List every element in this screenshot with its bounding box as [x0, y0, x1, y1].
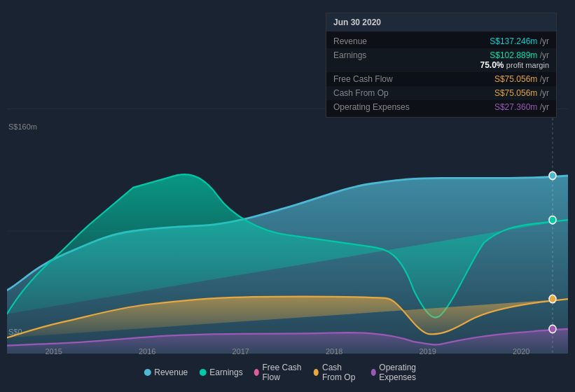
legend-label-revenue: Revenue [154, 368, 188, 377]
tooltip-label-cashfromop: Cash From Op [333, 88, 417, 98]
legend-dot-fcf [254, 369, 259, 376]
chart-container: Jun 30 2020 Revenue S$137.246m /yr Earni… [0, 0, 575, 392]
x-label-2015: 2015 [46, 347, 62, 356]
legend-dot-earnings [199, 369, 206, 376]
tooltip-value-revenue: S$137.246m /yr [490, 36, 549, 46]
x-label-2019: 2019 [420, 347, 436, 356]
x-label-2016: 2016 [139, 347, 155, 356]
legend-item-fcf[interactable]: Free Cash Flow [254, 363, 303, 382]
legend-label-earnings: Earnings [209, 368, 242, 377]
tooltip-header: Jun 30 2020 [326, 13, 556, 31]
tooltip-row-cashfromop: Cash From Op S$75.056m /yr [326, 86, 556, 100]
tooltip-box: Jun 30 2020 Revenue S$137.246m /yr Earni… [326, 13, 557, 118]
chart-legend: Revenue Earnings Free Cash Flow Cash Fro… [144, 363, 431, 382]
legend-item-cashfromop[interactable]: Cash From Op [314, 363, 359, 382]
tooltip-row-earnings: Earnings S$102.889m /yr75.0% profit marg… [326, 48, 556, 72]
tooltip-value-fcf: S$75.056m /yr [494, 74, 549, 84]
legend-item-revenue[interactable]: Revenue [144, 368, 188, 377]
tooltip-value-earnings: S$102.889m /yr75.0% profit margin [480, 50, 549, 70]
x-label-2017: 2017 [233, 347, 249, 356]
tooltip-body: Revenue S$137.246m /yr Earnings S$102.88… [326, 31, 556, 117]
tooltip-row-fcf: Free Cash Flow S$75.056m /yr [326, 72, 556, 86]
x-label-2018: 2018 [326, 347, 342, 356]
svg-point-7 [549, 325, 556, 332]
tooltip-value-opex: S$27.360m /yr [494, 102, 549, 112]
svg-point-4 [549, 172, 556, 179]
svg-point-5 [549, 216, 556, 224]
legend-label-fcf: Free Cash Flow [262, 363, 303, 382]
tooltip-label-earnings: Earnings [333, 50, 417, 60]
legend-label-cashfromop: Cash From Op [322, 363, 360, 382]
chart-area [7, 108, 568, 354]
tooltip-label-fcf: Free Cash Flow [333, 74, 417, 84]
legend-dot-opex [370, 369, 375, 376]
x-axis: 2015 2016 2017 2018 2019 2020 [7, 347, 568, 356]
tooltip-label-opex: Operating Expenses [333, 102, 417, 112]
tooltip-row-opex: Operating Expenses S$27.360m /yr [326, 100, 556, 114]
legend-label-opex: Operating Expenses [379, 363, 431, 382]
tooltip-value-cashfromop: S$75.056m /yr [494, 88, 549, 98]
svg-point-6 [549, 295, 556, 302]
x-label-2020: 2020 [513, 347, 529, 356]
legend-dot-cashfromop [314, 369, 319, 376]
tooltip-row-revenue: Revenue S$137.246m /yr [326, 34, 556, 48]
legend-item-earnings[interactable]: Earnings [199, 368, 242, 377]
tooltip-label-revenue: Revenue [333, 36, 417, 46]
legend-item-opex[interactable]: Operating Expenses [370, 363, 431, 382]
legend-dot-revenue [144, 369, 151, 376]
